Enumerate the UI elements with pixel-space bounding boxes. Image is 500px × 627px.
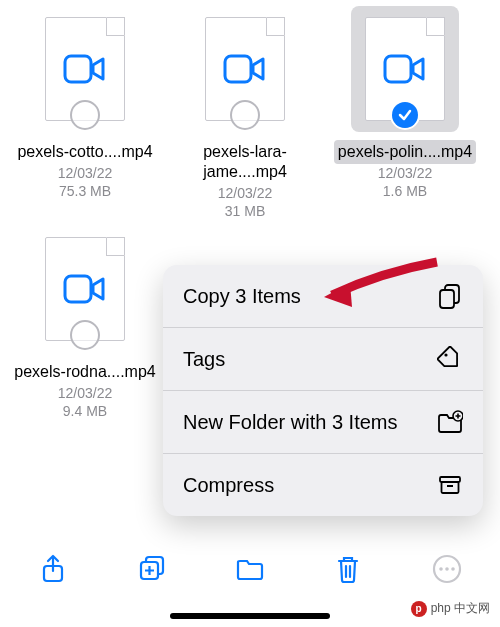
svg-rect-2 (385, 56, 411, 82)
file-date: 12/03/22 (218, 184, 273, 202)
video-icon (383, 52, 427, 86)
ellipsis-icon (432, 554, 462, 584)
watermark: p php 中文网 (411, 600, 490, 617)
share-button[interactable] (38, 554, 68, 584)
file-size: 1.6 MB (383, 182, 427, 200)
file-date: 12/03/22 (378, 164, 433, 182)
selection-circle-checked[interactable] (390, 100, 420, 130)
watermark-text: php 中文网 (431, 600, 490, 617)
video-icon (63, 272, 107, 306)
menu-tags[interactable]: Tags (163, 328, 483, 391)
file-date: 12/03/22 (58, 164, 113, 182)
file-name: pexels-cotto....mp4 (13, 140, 156, 164)
duplicate-button[interactable] (137, 554, 167, 584)
file-date: 12/03/22 (58, 384, 113, 402)
menu-label: Copy 3 Items (183, 284, 301, 308)
file-item[interactable]: pexels-polin....mp4 12/03/22 1.6 MB (328, 4, 482, 220)
more-button[interactable] (432, 554, 462, 584)
checkmark-icon (397, 107, 413, 123)
svg-rect-9 (442, 482, 459, 493)
selection-circle[interactable] (70, 100, 100, 130)
svg-rect-1 (225, 56, 251, 82)
php-logo-icon: p (411, 601, 427, 617)
file-size: 9.4 MB (63, 402, 107, 420)
file-item[interactable]: pexels-rodna....mp4 12/03/22 9.4 MB (8, 224, 162, 420)
trash-icon (335, 554, 361, 584)
file-thumbnail[interactable] (31, 6, 139, 132)
selection-circle[interactable] (70, 320, 100, 350)
video-icon (63, 52, 107, 86)
duplicate-icon (137, 554, 167, 584)
file-thumbnail[interactable] (191, 6, 299, 132)
svg-point-14 (439, 567, 443, 571)
selection-circle[interactable] (230, 100, 260, 130)
file-thumbnail[interactable] (351, 6, 459, 132)
video-icon (223, 52, 267, 86)
svg-rect-3 (65, 276, 91, 302)
share-icon (39, 554, 67, 584)
file-name: pexels-lara-jame....mp4 (168, 140, 322, 184)
menu-label: New Folder with 3 Items (183, 410, 398, 434)
file-thumbnail[interactable] (31, 226, 139, 352)
file-size: 75.3 MB (59, 182, 111, 200)
svg-point-16 (451, 567, 455, 571)
svg-rect-5 (440, 290, 454, 308)
tag-icon (437, 346, 463, 372)
menu-compress[interactable]: Compress (163, 454, 483, 516)
svg-rect-0 (65, 56, 91, 82)
folder-icon (235, 556, 265, 582)
copy-icon (437, 283, 463, 309)
toolbar (0, 543, 500, 595)
menu-label: Tags (183, 347, 225, 371)
menu-copy[interactable]: Copy 3 Items (163, 265, 483, 328)
menu-new-folder[interactable]: New Folder with 3 Items (163, 391, 483, 454)
folder-plus-icon (437, 409, 463, 435)
file-name: pexels-rodna....mp4 (10, 360, 159, 384)
file-item[interactable]: pexels-cotto....mp4 12/03/22 75.3 MB (8, 4, 162, 220)
svg-point-15 (445, 567, 449, 571)
file-item[interactable]: pexels-lara-jame....mp4 12/03/22 31 MB (168, 4, 322, 220)
home-indicator[interactable] (170, 613, 330, 619)
context-menu: Copy 3 Items Tags New Folder with 3 Item… (163, 265, 483, 516)
archive-icon (437, 472, 463, 498)
file-name: pexels-polin....mp4 (334, 140, 476, 164)
delete-button[interactable] (333, 554, 363, 584)
svg-point-6 (444, 353, 447, 356)
menu-label: Compress (183, 473, 274, 497)
file-size: 31 MB (225, 202, 265, 220)
move-button[interactable] (235, 554, 265, 584)
